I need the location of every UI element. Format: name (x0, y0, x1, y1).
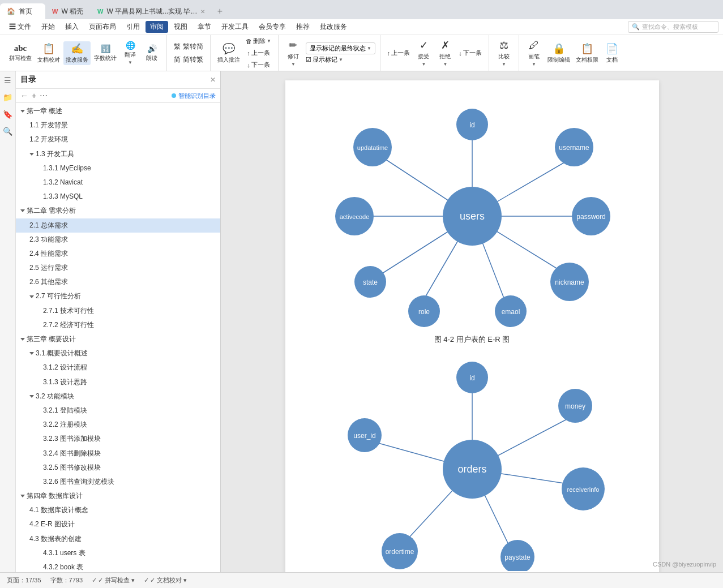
correction-button[interactable]: ✍ 批改服务 (63, 41, 91, 65)
insert-comment-button[interactable]: 💬 插入批注 (215, 41, 242, 65)
toc-back-icon[interactable]: ← (20, 91, 28, 100)
translate-button[interactable]: 🌐 翻译 ▼ (120, 40, 140, 66)
toc-item-1-3-1[interactable]: 1.3.1 MyEclipse (16, 161, 220, 175)
menu-item-start[interactable]: 开始 (37, 21, 59, 33)
menu-search[interactable]: 🔍 查找命令、搜索模板 (628, 21, 718, 33)
toc-item-1-3[interactable]: 1.3 开发工具 (16, 147, 220, 161)
restrict-edit-button[interactable]: 🔒 限制编辑 (545, 41, 572, 65)
toc-item-4-3-1[interactable]: 4.3.1 users 表 (16, 546, 220, 560)
toc-item-1-3-3[interactable]: 1.3.3 MySQL (16, 190, 220, 204)
toc-item-ch2[interactable]: 第二章 需求分析 (16, 204, 220, 218)
track-changes-button[interactable]: ✏ 修订 ▼ (283, 38, 303, 68)
doc-proofread-button[interactable]: 📋 文档校对 (35, 41, 62, 65)
spell-check-status[interactable]: ✓ ✓ 拼写检查 ▾ (92, 576, 135, 585)
prev-change-button[interactable]: ↑ 上一条 (385, 48, 413, 58)
toc-item-4-3[interactable]: 4.3 数据表的创建 (16, 532, 220, 546)
toc-item-3-2[interactable]: 3.2 功能模块 (16, 389, 220, 404)
bookmark-icon[interactable]: 🔖 (3, 110, 12, 119)
down-icon: ↓ (247, 62, 250, 68)
menu-item-correction[interactable]: 批改服务 (315, 21, 352, 33)
toc-item-ch3[interactable]: 第三章 概要设计 (16, 332, 220, 346)
toc-list[interactable]: 第一章 概述 1.1 开发背景 1.2 开发环境 1.3 开发工具 1.3.1 … (16, 103, 220, 572)
prev-icon: ↑ (387, 50, 391, 57)
show-markup-dropdown[interactable]: 显示标记的最终状态 ▼ (306, 42, 375, 54)
doc-rights-button[interactable]: 📋 文档权限 (574, 41, 601, 65)
toolbar-group-compare: ⚖ 比较 ▼ (489, 35, 519, 71)
toc-item-4-2[interactable]: 4.2 E-R 图设计 (16, 517, 220, 531)
toc-item-2-7[interactable]: 2.7 可行性分析 (16, 289, 220, 303)
simp-to-trad-button[interactable]: 简 简转繁 (172, 54, 206, 66)
menu-item-ref[interactable]: 引用 (122, 21, 144, 33)
sidebar-close-button[interactable]: ✕ (210, 76, 216, 84)
menu-item-chapter[interactable]: 章节 (193, 21, 216, 33)
toc-item-ch4[interactable]: 第四章 数据库设计 (16, 489, 220, 503)
menu-item-layout[interactable]: 页面布局 (84, 21, 121, 33)
reject-button[interactable]: ✗ 拒绝 ▼ (435, 38, 455, 68)
toc-item-2-7-1[interactable]: 2.7.1 技术可行性 (16, 304, 220, 318)
delete-comment-button[interactable]: 🗑 删除 ▼ (243, 36, 273, 46)
toc-item-2-1[interactable]: 2.1 总体需求 (16, 218, 220, 233)
menu-item-recommend[interactable]: 推荐 (292, 21, 314, 33)
menu-item-dev[interactable]: 开发工具 (217, 21, 253, 33)
toc-item-4-1[interactable]: 4.1 数据库设计概念 (16, 503, 220, 517)
toc-item-3-1-3[interactable]: 3.1.3 设计思路 (16, 375, 220, 389)
toc-item-1-3-2[interactable]: 1.3.2 Navicat (16, 175, 220, 190)
toc-item-3-2-2[interactable]: 3.2.2 注册模块 (16, 418, 220, 432)
users-er-diagram: users id username password nickname (314, 103, 631, 329)
doc-check-status[interactable]: ✓ ✓ 文档校对 ▾ (144, 576, 187, 585)
svg-text:receiverinfo: receiverinfo (567, 486, 599, 493)
compare-button[interactable]: ⚖ 比较 ▼ (494, 38, 514, 68)
accept-button[interactable]: ✓ 接受 ▼ (413, 38, 434, 68)
restrict-label: 限制编辑 (547, 56, 570, 64)
smart-toc-button[interactable]: 智能识别目录 (172, 92, 216, 100)
toc-settings-icon[interactable]: ⋯ (40, 91, 48, 100)
search-icon: 🔍 (632, 23, 640, 31)
search-sidebar-icon[interactable]: 🔍 (3, 127, 12, 136)
toc-item-1-2[interactable]: 1.2 开发环境 (16, 132, 220, 147)
toc-item-2-3[interactable]: 2.3 功能需求 (16, 233, 220, 247)
toc-item-3-2-4[interactable]: 3.2.4 图书删除模块 (16, 447, 220, 461)
toc-item-4-3-2[interactable]: 4.3.2 book 表 (16, 560, 220, 572)
toc-add-icon[interactable]: + (32, 91, 36, 100)
menu-item-review[interactable]: 审阅 (146, 21, 168, 33)
toc-item-2-4[interactable]: 2.4 性能需求 (16, 247, 220, 261)
menu-item-insert[interactable]: 插入 (61, 21, 83, 33)
menu-item-file[interactable]: ☰ 文件 (5, 21, 36, 33)
show-markup-btn[interactable]: ☑ 显示标记 ▼ (306, 55, 375, 64)
doc-button[interactable]: 📄 文档 (602, 41, 622, 65)
folder-icon[interactable]: 📁 (3, 93, 12, 102)
menu-item-vip[interactable]: 会员专享 (254, 21, 290, 33)
tab-doc[interactable]: W W 平昌县网上书城...实现 毕业论文 ✕ (91, 3, 212, 19)
toc-item-2-7-2[interactable]: 2.7.2 经济可行性 (16, 318, 220, 332)
spell-check-button[interactable]: abc 拼写检查 (7, 42, 34, 63)
accept-dropdown-icon: ▼ (421, 62, 426, 67)
prev-comment-button[interactable]: ↑ 上一条 (243, 48, 273, 58)
svg-text:nickname: nickname (555, 278, 584, 286)
read-aloud-button[interactable]: 🔊 朗读 (142, 43, 162, 63)
toc-item-ch1[interactable]: 第一章 概述 (16, 104, 220, 118)
new-tab-button[interactable]: + (212, 3, 228, 19)
nav-icon[interactable]: ☰ (4, 76, 11, 85)
tab-home[interactable]: 🏠 首页 (0, 3, 45, 19)
toc-item-3-1-2[interactable]: 3.1.2 设计流程 (16, 360, 220, 375)
toc-item-3-2-6[interactable]: 3.2.6 图书查询浏览模块 (16, 475, 220, 489)
trad-to-simp-button[interactable]: 繁 繁转简 (172, 41, 206, 53)
toc-item-1-1[interactable]: 1.1 开发背景 (16, 118, 220, 132)
toc-item-3-2-3[interactable]: 3.2.3 图书添加模块 (16, 432, 220, 446)
toc-item-2-5[interactable]: 2.5 运行需求 (16, 261, 220, 275)
toolbar-group-simplify: 繁 繁转简 简 简转繁 (167, 35, 211, 71)
brush-label: 画笔 (528, 53, 540, 61)
toc-item-3-2-1[interactable]: 3.2.1 登陆模块 (16, 404, 220, 418)
toc-item-3-2-5[interactable]: 3.2.5 图书修改模块 (16, 461, 220, 475)
toc-item-3-1[interactable]: 3.1.概要设计概述 (16, 346, 220, 360)
tab-doc-close[interactable]: ✕ (200, 8, 205, 15)
next-change-button[interactable]: ↓ 下一条 (456, 48, 484, 58)
toc-item-2-6[interactable]: 2.6 其他需求 (16, 275, 220, 289)
word-count-button[interactable]: 🔢 字数统计 (92, 43, 119, 63)
next-comment-button[interactable]: ↓ 下一条 (243, 59, 273, 70)
page-info: 页面：17/35 (7, 576, 41, 585)
brush-button[interactable]: 🖊 画笔 ▼ (524, 38, 544, 68)
menu-item-view[interactable]: 视图 (169, 21, 192, 33)
brush-icon: 🖊 (529, 40, 539, 51)
tab-daoke[interactable]: W W 稻壳 (45, 3, 91, 19)
